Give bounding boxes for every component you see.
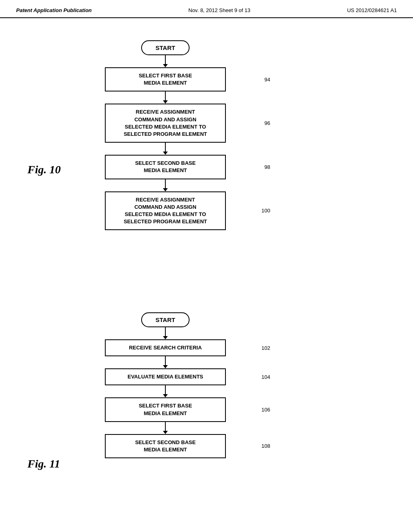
row-98: SELECT SECOND BASE MEDIA ELEMENT 98	[81, 155, 250, 179]
box-102: RECEIVE SEARCH CRITERIA	[105, 339, 226, 356]
box-100: RECEIVE ASSIGNMENT COMMAND AND ASSIGN SE…	[105, 191, 226, 231]
arrow4	[163, 179, 168, 191]
ref-100: 100	[261, 208, 270, 214]
box-94: SELECT FIRST BASE MEDIA ELEMENT	[105, 67, 226, 91]
ref-106: 106	[261, 407, 270, 413]
box-106: SELECT FIRST BASE MEDIA ELEMENT	[105, 397, 226, 422]
row-102: RECEIVE SEARCH CRITERIA 102	[81, 339, 250, 356]
ref-98: 98	[265, 164, 270, 170]
box-98: SELECT SECOND BASE MEDIA ELEMENT	[105, 155, 226, 179]
box-104: EVALUATE MEDIA ELEMENTS	[105, 368, 226, 385]
ref-104: 104	[261, 374, 270, 380]
ref-96: 96	[265, 120, 270, 126]
fig11-flowchart: START RECEIVE SEARCH CRITERIA 102 EVALUA…	[81, 312, 250, 458]
box-108: SELECT SECOND BASE MEDIA ELEMENT	[105, 434, 226, 458]
arrow8	[163, 422, 168, 434]
fig11-start: START	[141, 312, 190, 327]
ref-94: 94	[265, 77, 270, 83]
ref-102: 102	[261, 345, 270, 351]
arrow2	[163, 91, 168, 104]
row-94: SELECT FIRST BASE MEDIA ELEMENT 94	[81, 67, 250, 91]
page-header: Patent Application Publication Nov. 8, 2…	[0, 0, 413, 18]
row-104: EVALUATE MEDIA ELEMENTS 104	[81, 368, 250, 385]
box-96: RECEIVE ASSIGNMENT COMMAND AND ASSIGN SE…	[105, 104, 226, 143]
row-106: SELECT FIRST BASE MEDIA ELEMENT 106	[81, 397, 250, 422]
row-96: RECEIVE ASSIGNMENT COMMAND AND ASSIGN SE…	[81, 104, 250, 143]
arrow6	[163, 356, 168, 368]
header-right: US 2012/0284621 A1	[347, 7, 397, 13]
fig10-label: Fig. 10	[27, 163, 60, 176]
diagrams-area: Fig. 10 START SELECT FIRST BASE MEDIA EL…	[0, 18, 413, 530]
arrow7	[163, 385, 168, 397]
arrow1	[163, 55, 168, 67]
fig10-start: START	[141, 40, 190, 55]
arrow3	[163, 143, 168, 155]
fig10-flowchart: START SELECT FIRST BASE MEDIA ELEMENT 94…	[81, 40, 250, 230]
arrow5	[163, 327, 168, 339]
header-center: Nov. 8, 2012 Sheet 9 of 13	[188, 7, 250, 13]
ref-108: 108	[261, 443, 270, 449]
row-108: SELECT SECOND BASE MEDIA ELEMENT 108	[81, 434, 250, 458]
fig11-label: Fig. 11	[27, 457, 60, 470]
header-left: Patent Application Publication	[16, 7, 92, 13]
row-100: RECEIVE ASSIGNMENT COMMAND AND ASSIGN SE…	[81, 191, 250, 231]
